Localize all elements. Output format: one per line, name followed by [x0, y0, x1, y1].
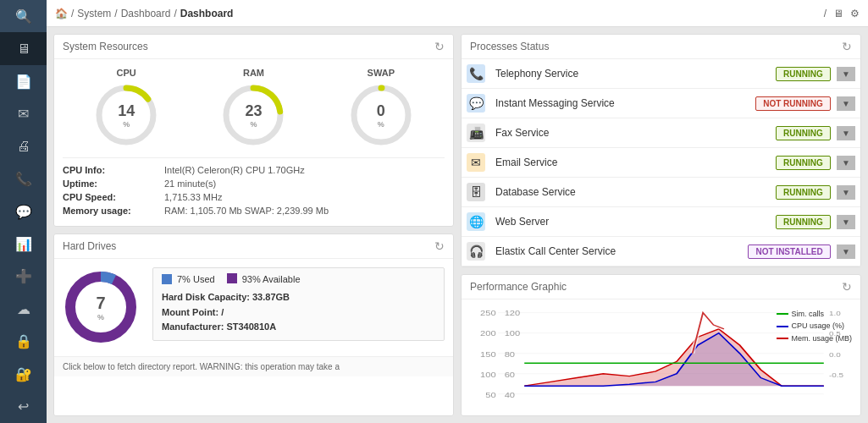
- legend-used-label: 7% Used: [177, 274, 215, 284]
- legend-used: 7% Used 93% Available: [162, 273, 435, 285]
- system-info-table: CPU Info: Intel(R) Celeron(R) CPU 1.70GH…: [63, 157, 445, 217]
- processes-body: 📞 Telephony Service RUNNING ▼: [462, 59, 860, 266]
- drive-details: Hard Disk Capacity: 33.87GB Mount Point:…: [162, 290, 435, 335]
- cpu-speed-key: CPU Speed:: [63, 192, 164, 202]
- table-row: 🎧 Elastix Call Center Service NOT INSTAL…: [462, 237, 860, 266]
- header-icons: / 🖥 ⚙: [824, 8, 860, 19]
- process-status-cell-fax: RUNNING ▼: [685, 118, 860, 148]
- breadcrumb: 🏠 / System / Dashboard / Dashboard: [55, 8, 233, 19]
- table-row: 📞 Telephony Service RUNNING ▼: [462, 59, 860, 89]
- sidebar-item-lock[interactable]: 🔒: [0, 326, 47, 358]
- content-area: System Resources ↻ CPU: [47, 27, 868, 423]
- uptime-key: Uptime:: [63, 179, 164, 189]
- dropdown-fax[interactable]: ▼: [837, 126, 855, 140]
- dropdown-email[interactable]: ▼: [837, 156, 855, 170]
- hard-drives-refresh[interactable]: ↻: [434, 239, 445, 253]
- performance-graphic-card: Performance Graphic ↻: [461, 274, 861, 416]
- sidebar-item-back[interactable]: ↩: [0, 391, 47, 423]
- table-row: 🗄 Database Service RUNNING ▼: [462, 178, 860, 207]
- breadcrumb-dashboard1[interactable]: Dashboard: [121, 8, 171, 19]
- breadcrumb-system[interactable]: System: [77, 8, 111, 19]
- process-table: 📞 Telephony Service RUNNING ▼: [462, 59, 860, 266]
- cpu-usage-label: CPU usage (%): [791, 320, 844, 332]
- disk-value: 7 %: [96, 294, 105, 321]
- svg-text:60: 60: [505, 371, 516, 379]
- monitor-icon[interactable]: 🖥: [833, 8, 843, 19]
- sidebar-item-add[interactable]: ➕: [0, 261, 47, 293]
- gauges-row: CPU 14 %: [63, 68, 445, 149]
- dropdown-telephony[interactable]: ▼: [837, 67, 855, 81]
- system-resources-refresh[interactable]: ↻: [434, 40, 445, 53]
- ram-gauge: 23 %: [219, 81, 287, 149]
- hard-drive-content: 7 % 7% Used: [63, 267, 445, 348]
- svg-text:80: 80: [505, 350, 516, 359]
- memory-val: RAM: 1,105.70 Mb SWAP: 2,239.99 Mb: [164, 206, 329, 216]
- performance-title: Performance Graphic: [470, 281, 567, 293]
- sidebar-item-search[interactable]: 🔍: [0, 0, 47, 32]
- processes-header: Processes Status ↻: [462, 35, 860, 59]
- dropdown-db[interactable]: ▼: [837, 185, 855, 200]
- sidebar-item-email[interactable]: ✉: [0, 97, 47, 129]
- memory-key: Memory usage:: [63, 206, 164, 216]
- legend-mem-usage: Mem. usage (MB): [777, 332, 852, 344]
- hard-drives-footer: Click below to fetch directory report. W…: [54, 356, 453, 376]
- svg-text:0.0: 0.0: [829, 351, 841, 359]
- breadcrumb-sep2: /: [114, 8, 117, 19]
- hard-drives-title: Hard Drives: [63, 240, 116, 252]
- sidebar-item-print[interactable]: 🖨: [0, 130, 47, 162]
- processes-refresh[interactable]: ↻: [842, 40, 852, 53]
- status-badge-im: NOT RUNNING: [755, 96, 831, 111]
- system-resources-title: System Resources: [63, 41, 148, 52]
- svg-text:150: 150: [480, 350, 496, 359]
- performance-refresh[interactable]: ↻: [842, 280, 852, 294]
- svg-text:200: 200: [480, 330, 496, 338]
- processes-status-card: Processes Status ↻ 📞 Telephony: [461, 34, 861, 267]
- processes-title: Processes Status: [470, 41, 549, 52]
- drive-info: 7% Used 93% Available Hard Disk Capacity…: [152, 267, 445, 348]
- process-icon-web: 🌐: [462, 207, 490, 237]
- process-name-web: Web Server: [490, 207, 685, 237]
- sidebar-item-chat[interactable]: 💬: [0, 195, 47, 228]
- status-badge-callcenter: NOT INSTALLED: [748, 244, 830, 259]
- svg-text:40: 40: [505, 391, 516, 399]
- main-area: 🏠 / System / Dashboard / Dashboard / 🖥 ⚙…: [47, 0, 868, 423]
- sim-calls-line: [777, 313, 788, 315]
- process-icon-im: 💬: [462, 89, 490, 118]
- swap-gauge: 0 %: [347, 81, 415, 149]
- table-row: ✉ Email Service RUNNING ▼: [462, 148, 860, 178]
- process-status-cell-im: NOT RUNNING ▼: [685, 89, 860, 118]
- legend-available-label: 93% Available: [242, 274, 301, 284]
- svg-text:-0.5: -0.5: [829, 371, 843, 379]
- cpu-speed-row: CPU Speed: 1,715.33 MHz: [63, 190, 445, 204]
- legend-sim-calls: Sim. calls: [777, 308, 852, 320]
- process-status-cell-callcenter: NOT INSTALLED ▼: [685, 237, 860, 266]
- cpu-gauge-container: CPU 14 %: [92, 68, 160, 149]
- dropdown-callcenter[interactable]: ▼: [837, 244, 855, 259]
- sidebar-item-phone[interactable]: 📞: [0, 162, 47, 195]
- uptime-row: Uptime: 21 minute(s): [63, 177, 445, 190]
- sidebar-item-home[interactable]: 🖥: [0, 32, 47, 64]
- perf-legend: Sim. calls CPU usage (%) Mem. usage (MB): [777, 308, 852, 344]
- mem-usage-line: [777, 338, 788, 339]
- cpu-speed-val: 1,715.33 MHz: [164, 192, 222, 202]
- sidebar-item-security[interactable]: 🔐: [0, 358, 47, 390]
- swap-value: 0 %: [377, 102, 385, 129]
- cpu-info-row: CPU Info: Intel(R) Celeron(R) CPU 1.70GH…: [63, 163, 445, 177]
- status-badge-web: RUNNING: [776, 215, 831, 229]
- legend-available-dot-wrap: [227, 273, 237, 285]
- process-name-email: Email Service: [490, 148, 685, 178]
- sidebar-item-stats[interactable]: 📊: [0, 228, 47, 260]
- svg-text:50: 50: [485, 391, 496, 399]
- sidebar-item-cloud[interactable]: ☁: [0, 293, 47, 325]
- sidebar-item-documents[interactable]: 📄: [0, 65, 47, 97]
- process-name-im: Instant Messaging Service: [490, 89, 685, 118]
- dropdown-web[interactable]: ▼: [837, 215, 855, 229]
- svg-text:100: 100: [505, 330, 521, 338]
- settings-icon[interactable]: ⚙: [850, 8, 860, 19]
- header: 🏠 / System / Dashboard / Dashboard / 🖥 ⚙: [47, 0, 868, 27]
- memory-row: Memory usage: RAM: 1,105.70 Mb SWAP: 2,2…: [63, 204, 445, 217]
- performance-header: Performance Graphic ↻: [462, 275, 860, 299]
- dropdown-im[interactable]: ▼: [837, 96, 855, 111]
- cpu-info-val: Intel(R) Celeron(R) CPU 1.70GHz: [164, 165, 305, 175]
- swap-label: SWAP: [368, 68, 395, 78]
